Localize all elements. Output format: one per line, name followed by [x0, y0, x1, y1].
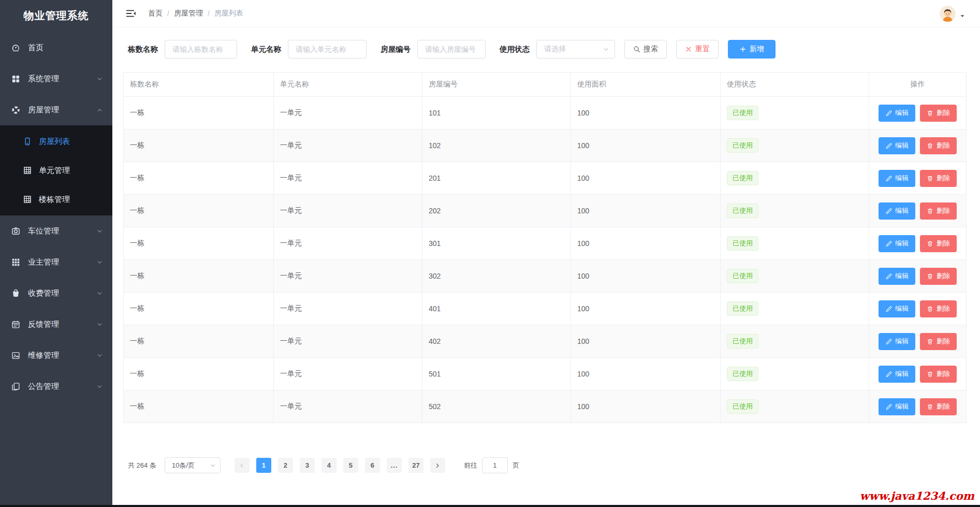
- cell-actions: 编辑删除: [869, 390, 967, 423]
- delete-button-label: 删除: [937, 206, 950, 215]
- delete-icon: [927, 403, 933, 410]
- page-size-select[interactable]: 10条/页: [165, 457, 221, 473]
- sidebar-item-parking[interactable]: 车位管理: [0, 215, 112, 247]
- cell-building: 一栋: [124, 325, 274, 358]
- sidebar-item-repair[interactable]: 维修管理: [0, 340, 112, 371]
- cell-unit: 一单元: [274, 293, 422, 325]
- unit-name-input[interactable]: [288, 40, 367, 59]
- sidebar-item-unit[interactable]: 单元管理: [0, 156, 112, 185]
- chevron-down-icon: [603, 46, 609, 53]
- goods-icon: [11, 289, 20, 298]
- page-ellipsis[interactable]: ...: [387, 458, 402, 473]
- goto-page-input[interactable]: [482, 457, 508, 473]
- filter-building: 栋数名称: [128, 40, 237, 59]
- cell-actions: 编辑删除: [869, 97, 967, 129]
- page-button-5[interactable]: 5: [343, 458, 358, 473]
- sidebar-item-house-list[interactable]: 房屋列表: [0, 127, 112, 156]
- cell-status: 已使用: [721, 227, 869, 260]
- edit-button-label: 编辑: [895, 173, 909, 183]
- edit-button[interactable]: 编辑: [879, 333, 915, 350]
- sidebar-fold-icon[interactable]: [126, 9, 136, 18]
- table-row: 一栋一单元102100已使用编辑删除: [124, 129, 967, 162]
- edit-button[interactable]: 编辑: [879, 202, 915, 220]
- delete-button[interactable]: 删除: [920, 398, 957, 415]
- edit-button[interactable]: 编辑: [879, 137, 915, 154]
- cell-building: 一栋: [124, 293, 274, 325]
- submenu-house: 房屋列表单元管理楼栋管理: [0, 125, 112, 215]
- chevron-down-icon: [96, 228, 103, 235]
- column-header-area: 使用面积: [571, 73, 721, 97]
- reset-button-label: 重置: [695, 45, 710, 54]
- delete-icon: [927, 110, 933, 117]
- next-page-button[interactable]: [430, 458, 445, 473]
- delete-button[interactable]: 删除: [920, 170, 957, 187]
- cell-unit: 一单元: [274, 260, 422, 293]
- edit-button[interactable]: 编辑: [879, 170, 915, 187]
- prev-page-button[interactable]: [235, 458, 250, 473]
- user-menu[interactable]: [940, 6, 966, 22]
- delete-button[interactable]: 删除: [920, 300, 957, 317]
- page-button-27[interactable]: 27: [408, 458, 423, 473]
- breadcrumb-module[interactable]: 房屋管理: [174, 9, 203, 18]
- search-button-label: 搜索: [643, 45, 658, 54]
- delete-button[interactable]: 删除: [920, 333, 957, 350]
- page-button-1[interactable]: 1: [256, 458, 271, 473]
- page-button-4[interactable]: 4: [321, 458, 337, 473]
- sidebar-item-label: 楼栋管理: [39, 195, 112, 205]
- delete-button[interactable]: 删除: [920, 268, 957, 285]
- sidebar-item-label: 公告管理: [28, 382, 96, 392]
- sidebar-item-feedback[interactable]: 反馈管理: [0, 309, 112, 340]
- table-icon: [23, 166, 32, 175]
- delete-button[interactable]: 删除: [920, 137, 957, 154]
- delete-button[interactable]: 删除: [920, 366, 957, 383]
- edit-button-label: 编辑: [895, 337, 909, 346]
- sidebar-item-label: 维修管理: [28, 351, 96, 360]
- edit-button[interactable]: 编辑: [879, 300, 915, 317]
- sidebar-item-label: 反馈管理: [28, 320, 96, 329]
- delete-button[interactable]: 删除: [920, 235, 957, 252]
- edit-button[interactable]: 编辑: [879, 235, 915, 252]
- sidebar-item-fee[interactable]: 收费管理: [0, 278, 112, 309]
- page-button-2[interactable]: 2: [278, 458, 293, 473]
- edit-button[interactable]: 编辑: [879, 366, 915, 383]
- column-header-unit: 单元名称: [274, 73, 422, 97]
- delete-button[interactable]: 删除: [920, 105, 957, 122]
- cell-area: 100: [571, 390, 721, 423]
- delete-icon: [927, 142, 933, 149]
- edit-button[interactable]: 编辑: [879, 105, 915, 122]
- sidebar-item-label: 房屋管理: [28, 105, 96, 115]
- cell-status: 已使用: [721, 129, 869, 162]
- status-badge: 已使用: [727, 106, 758, 120]
- cell-area: 100: [571, 97, 721, 129]
- search-icon: [633, 46, 640, 53]
- edit-button[interactable]: 编辑: [879, 268, 915, 285]
- sidebar-item-house[interactable]: 房屋管理: [0, 94, 112, 125]
- dashboard-icon: [11, 44, 20, 52]
- add-button[interactable]: 新增: [728, 40, 776, 59]
- page-button-6[interactable]: 6: [365, 458, 380, 473]
- status-select[interactable]: 请选择: [536, 40, 615, 59]
- page-button-3[interactable]: 3: [300, 458, 315, 473]
- edit-button-label: 编辑: [895, 141, 909, 150]
- search-button[interactable]: 搜索: [624, 40, 667, 59]
- house-number-input[interactable]: [417, 40, 486, 59]
- building-name-input[interactable]: [165, 40, 237, 59]
- cell-building: 一栋: [124, 195, 274, 227]
- table-row: 一栋一单元501100已使用编辑删除: [124, 358, 967, 390]
- cell-area: 100: [571, 325, 721, 358]
- watermark: www.java1234.com: [860, 489, 974, 502]
- sidebar-item-owner[interactable]: 业主管理: [0, 247, 112, 278]
- edit-button[interactable]: 编辑: [879, 398, 915, 415]
- sidebar-item-home[interactable]: 首页: [0, 32, 112, 63]
- sidebar-item-label: 系统管理: [28, 74, 96, 84]
- sidebar-item-building[interactable]: 楼栋管理: [0, 185, 112, 214]
- sidebar-item-notice[interactable]: 公告管理: [0, 371, 112, 402]
- reset-button[interactable]: 重置: [676, 40, 719, 59]
- breadcrumb-home[interactable]: 首页: [148, 9, 163, 18]
- menu-icon: [11, 258, 20, 267]
- avatar[interactable]: [940, 6, 956, 22]
- delete-button[interactable]: 删除: [920, 202, 957, 220]
- sidebar-item-label: 业主管理: [28, 257, 96, 267]
- filter-house: 房屋编号: [381, 40, 486, 59]
- sidebar-item-system[interactable]: 系统管理: [0, 63, 112, 94]
